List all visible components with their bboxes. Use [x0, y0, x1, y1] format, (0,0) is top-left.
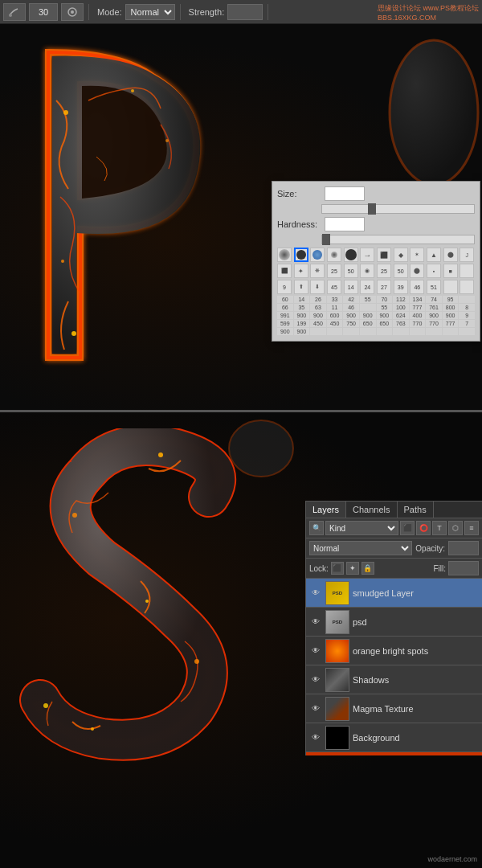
n-800[interactable]: 800: [443, 304, 459, 311]
brush-size-input-box[interactable]: 30: [29, 3, 58, 21]
size-slider-thumb[interactable]: [368, 203, 376, 215]
n-134[interactable]: 134: [410, 296, 426, 303]
n-9[interactable]: 9: [459, 312, 475, 319]
n-7[interactable]: 7: [459, 320, 475, 327]
size-slider[interactable]: [321, 204, 475, 214]
n-991[interactable]: 991: [277, 312, 293, 319]
n-750[interactable]: 750: [343, 320, 359, 327]
kind-select[interactable]: Kind: [325, 521, 398, 535]
n-900f[interactable]: 900: [426, 312, 442, 319]
n-450[interactable]: 450: [310, 320, 326, 327]
n-66[interactable]: 66: [277, 304, 293, 311]
filter-icon-1[interactable]: ⬛: [400, 521, 415, 535]
hardness-input[interactable]: 0%: [325, 217, 365, 231]
n-900i[interactable]: 900: [294, 328, 310, 335]
lock-pixels-icon[interactable]: ⬛: [331, 562, 344, 575]
n-14[interactable]: 14: [294, 296, 310, 303]
layer-eye-smudged[interactable]: 👁: [309, 587, 322, 600]
brush-num-50b[interactable]: 50: [394, 264, 408, 278]
n-900c[interactable]: 900: [343, 312, 359, 319]
brush-arrow-icon[interactable]: →: [360, 248, 374, 262]
layer-eye-psd[interactable]: 👁: [309, 616, 322, 628]
brush-panel[interactable]: Size: 30 px Hardness: 0%: [272, 181, 480, 342]
n-770[interactable]: 770: [410, 320, 426, 327]
brush-n-45[interactable]: 45: [327, 280, 341, 294]
n-777[interactable]: 777: [410, 304, 426, 311]
size-input[interactable]: 30 px: [325, 186, 365, 201]
layer-shadows[interactable]: 👁 Shadows: [306, 665, 482, 694]
n-74[interactable]: 74: [426, 296, 442, 303]
n-900e[interactable]: 900: [377, 312, 393, 319]
n-100[interactable]: 100: [393, 304, 409, 311]
n-900h[interactable]: 900: [277, 328, 293, 335]
tab-paths[interactable]: Paths: [398, 502, 434, 518]
brush-r2-1[interactable]: ⬛: [277, 264, 292, 278]
n-900[interactable]: 900: [294, 312, 310, 319]
brush-n-14[interactable]: 14: [344, 280, 358, 294]
brush-num-25b[interactable]: 25: [377, 264, 391, 278]
brush-icon-6[interactable]: ⬛: [377, 248, 391, 262]
n-60[interactable]: 60: [277, 296, 293, 303]
brush-r2-11[interactable]: ■: [443, 264, 458, 278]
brush-r2-10[interactable]: ▪: [427, 264, 441, 278]
n-blank[interactable]: [360, 304, 376, 311]
n-900g[interactable]: 900: [443, 312, 459, 319]
lock-all-icon[interactable]: 🔒: [362, 562, 374, 575]
filter-icon-3[interactable]: T: [432, 521, 447, 535]
brush-n-27[interactable]: 27: [377, 280, 391, 294]
n-last[interactable]: [459, 296, 475, 303]
brush-icon-8[interactable]: ✶: [410, 248, 424, 262]
layers-scroll-red[interactable]: [306, 752, 482, 755]
n-900d[interactable]: 900: [360, 312, 376, 319]
brush-n-24[interactable]: 24: [360, 280, 374, 294]
n-199[interactable]: 199: [294, 320, 310, 327]
brush-n-9[interactable]: 9: [277, 280, 292, 294]
brush-r2-9[interactable]: ⬤: [410, 264, 424, 278]
n-763[interactable]: 763: [393, 320, 409, 327]
brush-hard-large[interactable]: [344, 248, 358, 262]
strength-input[interactable]: 30%: [227, 4, 263, 20]
brush-n-39[interactable]: 39: [394, 280, 408, 294]
blend-mode-select[interactable]: Normal: [309, 541, 412, 555]
canvas-bottom[interactable]: Layers Channels Paths 🔍 Kind ⬛ ⭕ T ⬡ ≡ N…: [0, 412, 482, 868]
layer-eye-shadows[interactable]: 👁: [309, 674, 322, 686]
n-33[interactable]: 33: [327, 296, 343, 303]
brush-r2-6[interactable]: ◉: [360, 264, 374, 278]
smudge-tool-icon[interactable]: [3, 3, 26, 21]
brush-num-25[interactable]: 25: [327, 264, 341, 278]
brush-r2-12[interactable]: [460, 264, 474, 278]
tab-layers[interactable]: Layers: [306, 502, 346, 518]
n-95[interactable]: 95: [443, 296, 459, 303]
brush-n-extra2[interactable]: [460, 280, 474, 294]
n-400[interactable]: 400: [410, 312, 426, 319]
n-650b[interactable]: 650: [377, 320, 393, 327]
n-112[interactable]: 112: [393, 296, 409, 303]
brush-blue-med[interactable]: [310, 248, 325, 262]
brush-n-arrows2[interactable]: ⬇: [310, 280, 325, 294]
brush-soft-large[interactable]: [277, 248, 292, 262]
n-42[interactable]: 42: [343, 296, 359, 303]
n-900b[interactable]: 900: [310, 312, 326, 319]
brush-n-extra[interactable]: [443, 280, 458, 294]
n-600[interactable]: 600: [327, 312, 343, 319]
n-777b[interactable]: 777: [443, 320, 459, 327]
layer-magma[interactable]: 👁 Magma Texture: [306, 694, 482, 723]
hardness-slider[interactable]: [321, 235, 475, 244]
search-icon[interactable]: 🔍: [309, 521, 324, 535]
brush-size-icon[interactable]: [61, 3, 84, 21]
layer-psd[interactable]: 👁 PSD psd: [306, 608, 482, 637]
n-624[interactable]: 624: [393, 312, 409, 319]
brush-icon-10[interactable]: ⬤: [443, 248, 458, 262]
n-770b[interactable]: 770: [426, 320, 442, 327]
brush-icon-7[interactable]: ◆: [394, 248, 408, 262]
brush-num-50[interactable]: 50: [344, 264, 358, 278]
filter-icon-2[interactable]: ⭕: [416, 521, 431, 535]
opacity-input[interactable]: 100%: [448, 541, 479, 555]
filter-icon-5[interactable]: ≡: [464, 521, 479, 535]
tab-channels[interactable]: Channels: [346, 502, 397, 518]
mode-select[interactable]: Normal: [125, 4, 175, 20]
n-55[interactable]: 55: [360, 296, 376, 303]
brush-hard-small[interactable]: [294, 248, 308, 262]
n-35[interactable]: 35: [294, 304, 310, 311]
layer-smudged[interactable]: 👁 PSD smudged Layer: [306, 579, 482, 608]
